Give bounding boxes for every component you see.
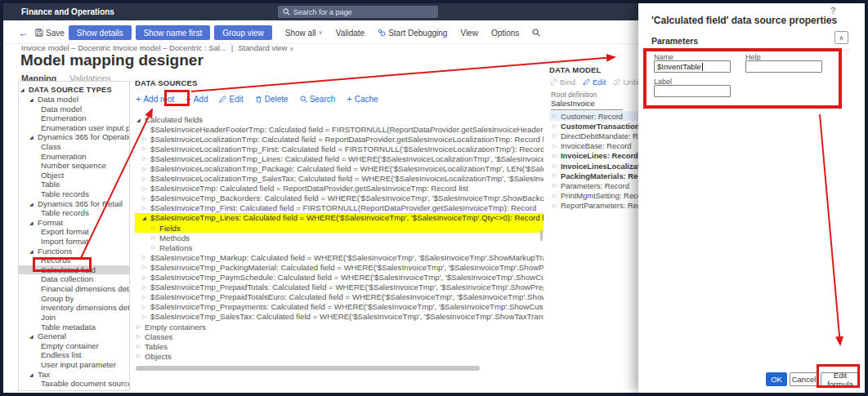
collapse-icon[interactable]: ◢	[29, 372, 38, 377]
add-root-button[interactable]: +Add root	[136, 94, 174, 104]
vertical-scrollbar[interactable]	[540, 230, 543, 241]
collapse-icon[interactable]: ◢	[29, 96, 38, 102]
datasource-node[interactable]: ▷Methods	[135, 233, 544, 242]
source-type-node[interactable]: ◢Dynamics 365 for Operations	[19, 132, 129, 142]
source-type-node[interactable]: Data collection	[19, 274, 129, 284]
model-node[interactable]: ▷InvoiceLines: Record list = '$Sale	[549, 151, 638, 161]
back-button[interactable]: ←	[18, 27, 29, 39]
datasource-node[interactable]: ▷$SalesInvoiceLocalizationTmp_Package: C…	[135, 163, 544, 173]
datasource-node[interactable]: ▷$SalesInvoiceLocalizationTmp_First: Cal…	[135, 144, 544, 154]
expand-icon[interactable]: ▷	[142, 205, 150, 211]
datasource-node[interactable]: ▷Classes	[135, 331, 544, 341]
source-type-node[interactable]: Group by	[19, 293, 129, 303]
group-view-button[interactable]: Group view	[214, 25, 272, 40]
toolbar-search-button[interactable]	[532, 29, 540, 37]
collapse-icon[interactable]: ◢	[29, 201, 38, 207]
datasource-node[interactable]: ▷$SalesInvoiceLocalizationTmp_SalesTax: …	[135, 174, 544, 184]
horizontal-scrollbar[interactable]	[136, 366, 480, 371]
source-type-node[interactable]: Export format	[19, 227, 129, 237]
options-menu[interactable]: Options	[491, 29, 519, 38]
search-button[interactable]: Search	[300, 95, 336, 104]
datasource-node[interactable]: ▷Empty containers	[135, 322, 544, 331]
expand-icon[interactable]: ▷	[553, 162, 561, 169]
expand-icon[interactable]: ▷	[553, 113, 561, 119]
collapse-icon[interactable]: ◢	[136, 117, 145, 122]
expand-icon[interactable]: ▷	[142, 304, 150, 310]
expand-icon[interactable]: ▷	[142, 195, 150, 202]
collapse-section-button[interactable]: ∧	[834, 31, 848, 44]
expand-icon[interactable]: ▷	[142, 264, 150, 270]
datasource-node[interactable]: ◢$SalesInvoiceTmp_Lines: Calculated fiel…	[135, 213, 544, 223]
datasource-node[interactable]: ▷Fields	[135, 223, 544, 233]
source-type-node[interactable]: Data model	[19, 104, 129, 113]
datasource-node[interactable]: ▷$SalesInvoiceTmp_PackingMaterial: Calcu…	[135, 262, 544, 272]
expand-icon[interactable]: ▷	[142, 126, 150, 132]
cancel-button[interactable]: Cancel	[790, 372, 818, 386]
expand-icon[interactable]: ▷	[142, 155, 150, 162]
datasource-node[interactable]: ▷$SalesInvoiceLocalizationTmp_Lines: Cal…	[135, 154, 544, 163]
source-type-node[interactable]: Class	[19, 142, 129, 152]
expand-icon[interactable]: ▷	[151, 244, 159, 251]
model-node[interactable]: ▷DirectDebitMandate: Record	[549, 131, 638, 140]
expand-icon[interactable]: ▷	[136, 343, 145, 349]
expand-icon[interactable]: ▷	[553, 182, 561, 189]
save-button[interactable]: Save	[35, 29, 65, 38]
datasource-node[interactable]: ▷$SalesInvoiceTmp_PrepaidTotals: Calcula…	[135, 283, 544, 292]
cache-button[interactable]: +Cache	[347, 94, 378, 104]
start-debugging-button[interactable]: Start Debugging	[378, 29, 447, 38]
datasource-node[interactable]: ◢Calculated fields	[135, 114, 544, 124]
source-type-node[interactable]: ◢Format	[19, 218, 129, 228]
delete-button[interactable]: Delete	[255, 95, 289, 104]
source-type-node[interactable]: Table metadata	[19, 322, 129, 331]
model-node[interactable]: ▷CustomerTransaction: Record list	[549, 121, 638, 131]
source-type-node[interactable]: Table records	[19, 208, 129, 218]
collapse-icon[interactable]: ◢	[142, 215, 150, 220]
validate-button[interactable]: Validate	[336, 29, 365, 38]
bind-button[interactable]: Bind	[550, 78, 575, 87]
expand-icon[interactable]: ▷	[142, 136, 150, 142]
root-definition-value[interactable]: SalesInvoice	[551, 99, 623, 110]
source-type-node[interactable]: Table records	[19, 189, 129, 199]
datasource-node[interactable]: ▷$SalesInvoiceTmp_Markup: Calculated fie…	[135, 252, 544, 262]
view-selector[interactable]: Standard view ∨	[238, 43, 293, 52]
datasource-node[interactable]: ▷$SalesInvoiceTmp_PaymSchedule: Calculat…	[135, 273, 544, 283]
expand-icon[interactable]: ▷	[142, 145, 150, 152]
datasource-node[interactable]: ▷Relations	[135, 242, 544, 252]
expand-icon[interactable]: ▷	[142, 166, 150, 172]
help-field[interactable]	[745, 60, 822, 73]
model-node[interactable]: ▷Customer: Record	[549, 111, 638, 121]
source-type-node[interactable]: ◢General	[19, 331, 129, 341]
datasource-node[interactable]: ▷$SalesInvoiceTmp_PrepaidTotalsEuro: Cal…	[135, 292, 544, 302]
source-type-node[interactable]: Financial dimensions details	[19, 284, 129, 294]
add-button[interactable]: +Add	[186, 94, 208, 104]
source-type-node[interactable]: Taxable document source	[19, 379, 129, 389]
source-type-node[interactable]: Number sequence	[19, 161, 129, 171]
source-type-node[interactable]: ◢DATA SOURCE TYPES	[19, 85, 129, 95]
expand-icon[interactable]: ▷	[553, 193, 561, 199]
expand-icon[interactable]: ▷	[142, 254, 150, 260]
show-details-button[interactable]: Show details	[69, 25, 132, 40]
collapse-icon[interactable]: ◢	[29, 220, 38, 225]
edit-binding-button[interactable]: Edit	[583, 78, 606, 87]
source-type-node[interactable]: ◢Dynamics 365 for Retail	[19, 198, 129, 208]
expand-icon[interactable]: ▷	[151, 234, 159, 241]
model-node[interactable]: ▷PrintMgmtSetting: Record	[549, 191, 638, 201]
expand-icon[interactable]: ▷	[142, 274, 150, 281]
global-search-input[interactable]: Search for a page	[278, 6, 438, 18]
show-name-first-button[interactable]: Show name first	[136, 25, 211, 40]
datasource-node[interactable]: ▷$SalesInvoiceTmp_SalesTax: Calculated f…	[135, 312, 544, 322]
datasource-node[interactable]: ▷$SalesInvoiceLocalizationTmp: Calculate…	[135, 134, 544, 144]
source-type-node[interactable]: Enumeration	[19, 151, 129, 161]
source-type-node[interactable]: Inventory dimensions details	[19, 303, 129, 313]
model-node[interactable]: ▷Parameters: Record	[549, 180, 638, 190]
source-type-node[interactable]: ◢Functions	[19, 246, 129, 256]
source-type-node[interactable]: Import format	[19, 237, 129, 247]
source-type-node[interactable]: Records	[19, 256, 129, 265]
source-type-node[interactable]: Join	[19, 313, 129, 323]
show-all-dropdown[interactable]: Show all∨	[285, 29, 323, 38]
source-type-node[interactable]: ◢Data model	[19, 95, 129, 105]
source-type-node[interactable]: User input parameter	[19, 360, 129, 370]
datasource-node[interactable]: ▷$SalesInvoiceTmp: Calculated field = Re…	[135, 184, 544, 194]
model-node[interactable]: ▷InvoiceLinesLocalization: Record	[549, 161, 638, 171]
expand-icon[interactable]: ▷	[136, 333, 145, 340]
